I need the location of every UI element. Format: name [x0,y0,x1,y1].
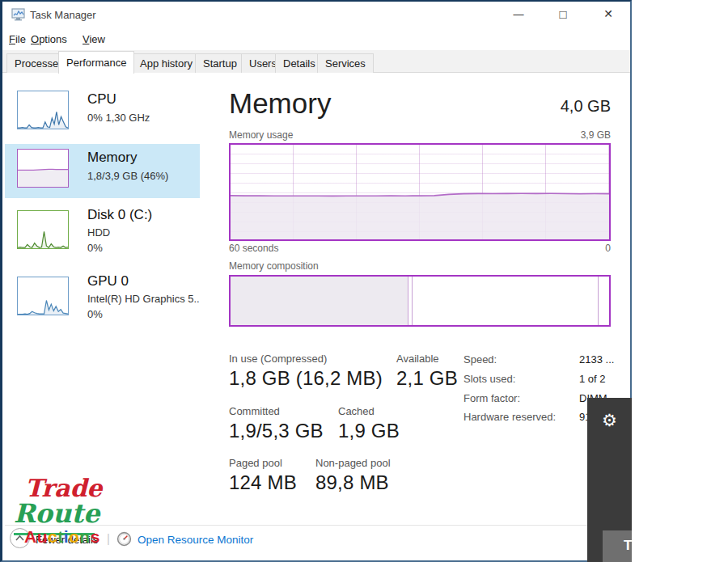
maximize-button[interactable]: □ [544,2,582,27]
menu-file[interactable]: File [9,33,26,45]
overlay-button-letter: T [624,538,632,554]
disk-label: Disk 0 (C:) [87,207,152,223]
tabstrip: Processes Performance App history Startu… [2,50,630,73]
stat-label-nonpaged-pool: Non-paged pool [315,457,391,469]
fewer-details-label[interactable]: Fewer details [36,534,98,546]
stat-value-committed: 1,9/5,3 GB [229,420,324,442]
sidebar-item-gpu[interactable]: GPU 0 Intel(R) HD Graphics 5... 0% [5,267,200,332]
cpu-label: CPU [87,91,116,108]
memory-sparkline [17,149,69,188]
tab-app-history[interactable]: App history [132,53,201,73]
usage-chart-max: 3,9 GB [472,129,611,141]
detail-label-hw-reserved: Hardware reserved: [463,411,556,423]
stat-label-committed: Committed [229,405,280,417]
open-resource-monitor-link[interactable]: Open Resource Monitor [138,534,253,546]
overlay-bottom-button[interactable]: T [603,530,632,562]
cpu-stats: 0% 1,30 GHz [87,112,150,124]
cpu-sparkline [17,91,69,129]
sidebar-item-memory[interactable]: Memory 1,8/3,9 GB (46%) [5,144,200,198]
task-manager-app-icon [11,8,25,21]
composition-divider-1 [412,277,413,325]
detail-label-speed: Speed: [463,353,497,366]
resource-monitor-icon [116,531,132,547]
disk-type: HDD [87,226,110,239]
stat-value-paged-pool: 124 MB [229,471,297,494]
stat-value-available: 2,1 GB [396,367,458,390]
task-manager-window: Task Manager — □ ✕ File Options View Pro… [0,0,632,562]
stat-label-available: Available [396,353,439,365]
tab-details[interactable]: Details [275,53,324,73]
memory-capacity: 4,0 GB [472,97,611,116]
sidebar-item-disk[interactable]: Disk 0 (C:) HDD 0% [5,201,200,265]
gpu-label: GPU 0 [87,273,129,289]
memory-usage-chart [229,143,611,241]
menu-view[interactable]: View [83,33,105,45]
overlay-panel: ⚙ T [587,398,632,562]
footer-pipe: | [107,531,110,545]
screen: Task Manager — □ ✕ File Options View Pro… [0,0,728,562]
menu-options[interactable]: Options [31,33,67,45]
close-button[interactable]: ✕ [590,2,627,27]
composition-inuse-segment [231,277,408,325]
titlebar: Task Manager — □ ✕ [2,2,630,27]
memory-stats: 1,8/3,9 GB (46%) [87,170,168,182]
detail-value-slots: 1 of 2 [579,373,606,385]
tab-performance[interactable]: Performance [58,51,134,74]
disk-sparkline [17,210,69,249]
detail-label-form-factor: Form factor: [463,392,520,404]
page-title: Memory [229,87,331,120]
sidebar-item-cpu[interactable]: CPU 0% 1,30 GHz [5,82,200,141]
minimize-button[interactable]: — [500,2,537,27]
stat-value-nonpaged-pool: 89,8 MB [315,471,389,494]
tab-services[interactable]: Services [317,53,374,73]
detail-value-speed: 2133 ... [579,353,614,366]
stat-value-cached: 1,9 GB [338,420,400,442]
time-axis-right: 0 [472,243,611,254]
gpu-stats: 0% [87,308,103,320]
fewer-details-toggle[interactable] [10,528,30,548]
window-title: Task Manager [30,9,96,21]
chevron-up-icon [11,529,29,547]
memory-composition-bar [229,275,611,327]
disk-stats: 0% [87,242,103,254]
tab-startup[interactable]: Startup [195,53,245,73]
memory-label: Memory [87,150,137,166]
time-axis-left: 60 seconds [229,243,278,254]
menubar: File Options View [2,29,630,49]
composition-label: Memory composition [229,260,319,272]
usage-chart-label: Memory usage [229,129,293,141]
stat-value-inuse: 1,8 GB (16,2 MB) [229,367,383,390]
stat-label-inuse: In use (Compressed) [229,353,327,365]
stat-label-paged-pool: Paged pool [229,457,282,469]
gpu-name: Intel(R) HD Graphics 5... [87,293,199,305]
gear-icon[interactable]: ⚙ [587,411,632,430]
detail-label-slots: Slots used: [463,373,515,385]
watermark-trade: Trade [25,474,102,502]
composition-divider-2 [598,277,599,325]
stat-label-cached: Cached [338,405,375,417]
gpu-sparkline [17,277,69,315]
footer-divider [5,525,628,526]
